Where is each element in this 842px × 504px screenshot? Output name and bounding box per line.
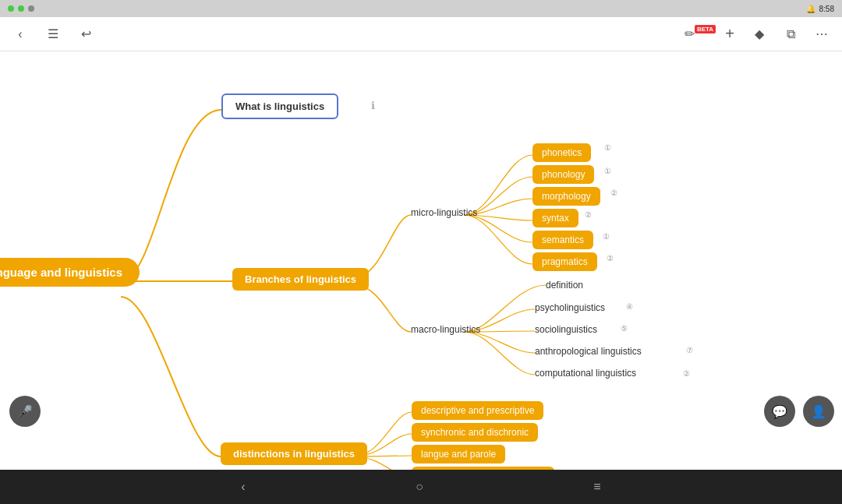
- phonetics-badge: ①: [604, 143, 611, 152]
- person-button[interactable]: 👤: [803, 396, 834, 427]
- competence-node[interactable]: competence and performance: [412, 467, 554, 470]
- descriptive-node[interactable]: descriptive and prescriptive: [412, 401, 543, 420]
- pencil-icon: ✏: [685, 26, 695, 41]
- nav-back-button[interactable]: ‹: [241, 480, 245, 494]
- root-node[interactable]: language and linguistics: [0, 258, 140, 287]
- chat-icon: 💬: [772, 404, 787, 419]
- phonology-label: phonology: [542, 169, 585, 180]
- branches-node[interactable]: Branches of linguistics: [232, 268, 369, 291]
- person-icon: 👤: [811, 404, 826, 419]
- anthropological-label[interactable]: anthropological linguistics: [535, 346, 642, 357]
- phonetics-node[interactable]: phonetics: [532, 143, 591, 162]
- add-button[interactable]: +: [720, 25, 739, 44]
- signal-icon: [18, 5, 24, 12]
- pencil-button[interactable]: ✏ BETA: [689, 23, 711, 45]
- macro-linguistics-label[interactable]: macro-linguistics: [411, 324, 480, 335]
- toolbar: ‹ ☰ ↩ ✏ BETA + ◆ ⧉ ⋯: [0, 17, 842, 51]
- beta-badge: BETA: [695, 25, 716, 33]
- mic-button[interactable]: 🎤: [9, 396, 41, 427]
- undo-button[interactable]: ↩: [75, 23, 97, 45]
- status-right: 🔔 8:58: [806, 5, 834, 13]
- bottom-bar: ‹ ○ ≡: [0, 470, 842, 504]
- bookmark-icon: ◆: [755, 26, 764, 41]
- wifi-icon: [8, 5, 14, 12]
- info-icon: ℹ: [371, 100, 375, 111]
- psycho-badge: ④: [626, 302, 633, 311]
- screen-button[interactable]: ⧉: [780, 23, 801, 45]
- pragmatics-label: pragmatics: [542, 256, 588, 267]
- status-left: [8, 5, 34, 12]
- status-bar: 🔔 8:58: [0, 0, 842, 17]
- morphology-node[interactable]: morphology: [532, 187, 600, 206]
- list-button[interactable]: ☰: [42, 23, 64, 45]
- semantics-node[interactable]: semantics: [532, 231, 593, 249]
- computational-badge: ②: [683, 369, 690, 378]
- morphology-label: morphology: [542, 191, 591, 202]
- branches-label: Branches of linguistics: [245, 273, 356, 285]
- langue-label: langue and parole: [421, 449, 496, 460]
- descriptive-label: descriptive and prescriptive: [421, 405, 534, 416]
- morphology-badge: ②: [610, 189, 617, 197]
- phonology-node[interactable]: phonology: [532, 165, 594, 184]
- undo-icon: ↩: [81, 26, 91, 41]
- pragmatics-node[interactable]: pragmatics: [532, 252, 597, 271]
- nav-home-button[interactable]: ○: [416, 480, 423, 494]
- definition-label[interactable]: definition: [546, 280, 583, 291]
- semantics-label: semantics: [542, 234, 584, 245]
- chat-button[interactable]: 💬: [764, 396, 795, 427]
- distinctions-label: distinctions in linguistics: [233, 448, 355, 460]
- signal-icon2: [28, 5, 34, 12]
- what-is-linguistics-node[interactable]: What is linguistics: [221, 93, 338, 119]
- toolbar-left: ‹ ☰ ↩: [9, 23, 97, 45]
- micro-linguistics-label[interactable]: micro-linguistics: [411, 207, 477, 218]
- socio-badge: ⑤: [621, 324, 628, 333]
- anthro-badge: ⑦: [686, 346, 693, 354]
- langue-node[interactable]: langue and parole: [412, 445, 505, 463]
- list-icon: ☰: [48, 26, 58, 41]
- computational-label[interactable]: computational linguistics: [535, 368, 636, 379]
- phonology-badge: ①: [604, 167, 611, 175]
- more-icon: ⋯: [815, 26, 828, 41]
- psycholinguistics-label[interactable]: psycholinguistics: [535, 302, 605, 313]
- back-button[interactable]: ‹: [9, 23, 31, 45]
- time-display: 8:58: [819, 5, 834, 13]
- mic-icon: 🎤: [17, 404, 33, 419]
- nav-home-icon: ○: [416, 480, 423, 493]
- synchronic-node[interactable]: synchronic and dischronic: [412, 423, 538, 442]
- plus-icon: +: [725, 25, 734, 43]
- toolbar-right: ✏ BETA + ◆ ⧉ ⋯: [689, 23, 833, 45]
- battery-icon: 🔔: [806, 5, 815, 13]
- nav-back-icon: ‹: [241, 480, 245, 493]
- syntax-badge: ②: [585, 210, 592, 219]
- screen-icon: ⧉: [787, 27, 795, 41]
- what-is-linguistics-label: What is linguistics: [235, 100, 324, 112]
- mindmap-canvas: language and linguistics What is linguis…: [0, 51, 842, 470]
- semantics-badge: ①: [603, 232, 610, 241]
- nav-menu-button[interactable]: ≡: [593, 480, 600, 494]
- distinctions-node[interactable]: distinctions in linguistics: [221, 442, 367, 465]
- sociolinguistics-label[interactable]: sociolinguistics: [535, 324, 597, 335]
- chevron-left-icon: ‹: [18, 27, 22, 41]
- syntax-node[interactable]: syntax: [532, 209, 578, 227]
- nav-menu-icon: ≡: [593, 480, 600, 493]
- bookmark-button[interactable]: ◆: [748, 23, 770, 45]
- pragmatics-badge: ②: [607, 254, 614, 263]
- more-button[interactable]: ⋯: [811, 23, 833, 45]
- phonetics-label: phonetics: [542, 147, 582, 158]
- root-label: language and linguistics: [0, 266, 122, 279]
- synchronic-label: synchronic and dischronic: [421, 427, 529, 438]
- syntax-label: syntax: [542, 213, 569, 224]
